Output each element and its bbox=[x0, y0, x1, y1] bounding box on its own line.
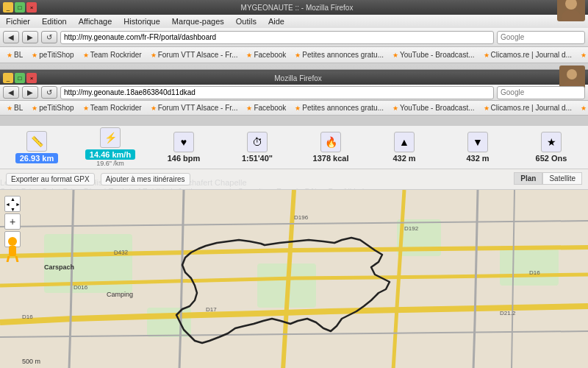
bookmark-team[interactable]: ★Team Rockrider bbox=[79, 50, 146, 60]
menu-marque[interactable]: Marque-pages bbox=[169, 16, 227, 26]
bookmark-fb[interactable]: ★Facebook bbox=[243, 50, 290, 60]
svg-line-23 bbox=[16, 256, 18, 262]
close-btn[interactable]: × bbox=[26, 2, 37, 13]
time-icon: ⏱ bbox=[247, 132, 268, 152]
browser-1-chrome: _ □ × MYGEONAUTE :: - Mozilla Firefox Fi… bbox=[0, 0, 588, 70]
menu-outils[interactable]: Outils bbox=[233, 16, 259, 26]
maximize-btn[interactable]: □ bbox=[15, 2, 25, 13]
menu-edition[interactable]: Edition bbox=[39, 16, 70, 26]
nav-bar-1: ◀ ▶ ↺ bbox=[0, 28, 588, 47]
stat-heartrate: ♥ 146 bpm bbox=[154, 132, 213, 163]
map-toolbar: Exporter au format GPX Ajouter à mes iti… bbox=[0, 169, 588, 190]
svg-point-20 bbox=[8, 237, 17, 246]
nav-bar-2: ◀ ▶ ↺ bbox=[0, 85, 588, 101]
add-itinerary-btn[interactable]: Ajouter à mes itinéraires bbox=[101, 173, 190, 185]
speed-value: 14.46 km/h bbox=[85, 149, 135, 160]
pegman-icon[interactable] bbox=[4, 236, 21, 262]
stat-speed: ⚡ 14.46 km/h 19.6" /km bbox=[81, 127, 140, 167]
bookmark2-team[interactable]: ★Team Rockrider bbox=[79, 103, 146, 113]
stat-elevation-up: ▲ 432 m bbox=[375, 132, 434, 163]
satellite-view-btn[interactable]: Satellite bbox=[542, 172, 582, 185]
stat-elevation-down: ▼ 432 m bbox=[448, 132, 507, 163]
elevation-down-icon: ▼ bbox=[467, 132, 488, 152]
bookmark2-forum[interactable]: ★Forum VTT Alsace - Fr... bbox=[147, 103, 242, 113]
menu-fichier[interactable]: Fichier bbox=[3, 16, 33, 26]
title-bar-2: _ □ × Mozilla Firefox bbox=[0, 71, 588, 85]
search-input-2[interactable] bbox=[497, 86, 585, 99]
heartrate-value: 146 bpm bbox=[168, 154, 201, 163]
menu-affichage[interactable]: Affichage bbox=[76, 16, 115, 26]
stat-distance: 📏 26.93 km bbox=[7, 131, 66, 163]
back-btn[interactable]: ◀ bbox=[3, 31, 19, 43]
menu-aide[interactable]: Aide bbox=[265, 16, 287, 26]
reload-btn-2[interactable]: ↺ bbox=[41, 86, 57, 99]
export-gpx-btn[interactable]: Exporter au format GPX bbox=[6, 173, 95, 185]
svg-text:Camping: Camping bbox=[107, 291, 133, 298]
svg-text:D196: D196 bbox=[294, 214, 309, 221]
window-controls[interactable]: _ □ × bbox=[3, 2, 37, 13]
speed-icon: ⚡ bbox=[100, 127, 121, 148]
stats-bar: 📏 26.93 km ⚡ 14.46 km/h 19.6" /km ♥ 146 … bbox=[0, 125, 588, 169]
bookmark2-clicamos[interactable]: ★Clicamos.re | Journal d... bbox=[480, 103, 576, 113]
close-btn-2[interactable]: × bbox=[26, 73, 37, 83]
reload-btn[interactable]: ↺ bbox=[41, 31, 57, 43]
svg-point-0 bbox=[565, 0, 577, 10]
back-btn-2[interactable]: ◀ bbox=[3, 86, 19, 99]
elevation-down-value: 432 m bbox=[466, 154, 489, 163]
forward-btn-2[interactable]: ▶ bbox=[22, 86, 38, 99]
address-input[interactable] bbox=[60, 31, 494, 44]
nav-arrows[interactable]: ▲ ◄► ▼ bbox=[4, 196, 21, 212]
stat-time: ⏱ 1:51'40" bbox=[228, 132, 287, 163]
elevation-up-value: 432 m bbox=[392, 154, 415, 163]
map-area[interactable]: Exporter au format GPX Ajouter à mes iti… bbox=[0, 169, 588, 368]
bookmark2-carlos[interactable]: ★Carlos BTA, l'info de l'il... bbox=[577, 103, 588, 113]
bookmark-forum[interactable]: ★Forum VTT Alsace - Fr... bbox=[147, 50, 242, 60]
bookmark2-yt[interactable]: ★YouTube - Broadcast... bbox=[389, 103, 478, 113]
address-input-2[interactable] bbox=[60, 86, 494, 99]
menu-historique[interactable]: Historique bbox=[121, 16, 163, 26]
bookmark-carlos[interactable]: ★Carlos BTA, l'info de l'il... bbox=[577, 50, 588, 60]
stat-calories: 🔥 1378 kcal bbox=[301, 132, 360, 163]
browser-2: _ □ × Mozilla Firefox ◀ ▶ ↺ ★BL ★peTitiS… bbox=[0, 70, 588, 125]
svg-rect-9 bbox=[147, 308, 191, 337]
window-controls-2[interactable]: _ □ × bbox=[3, 73, 37, 83]
bookmark2-petites[interactable]: ★Petites annonces gratu... bbox=[291, 103, 387, 113]
svg-text:D16: D16 bbox=[22, 314, 33, 320]
svg-text:D21.2: D21.2 bbox=[500, 310, 516, 316]
elevation-up-icon: ▲ bbox=[394, 132, 415, 152]
forward-btn[interactable]: ▶ bbox=[22, 31, 38, 43]
svg-text:Carspach: Carspach bbox=[44, 263, 74, 271]
svg-text:D016: D016 bbox=[74, 284, 88, 291]
search-input[interactable] bbox=[497, 31, 585, 44]
browser-title-2: Mozilla Firefox bbox=[37, 74, 559, 82]
svg-point-2 bbox=[567, 69, 577, 79]
speed-sub: 19.6" /km bbox=[96, 160, 124, 167]
svg-rect-21 bbox=[9, 246, 16, 256]
ons-icon: ★ bbox=[541, 132, 562, 152]
svg-text:D17: D17 bbox=[206, 306, 217, 313]
plan-view-btn[interactable]: Plan bbox=[514, 172, 542, 185]
bookmark2-shop[interactable]: ★peTitiShop bbox=[28, 103, 77, 113]
bookmark-clicamos[interactable]: ★Clicamos.re | Journal d... bbox=[480, 50, 576, 60]
bookmark2-fb[interactable]: ★Facebook bbox=[243, 103, 290, 113]
svg-text:D432: D432 bbox=[114, 249, 129, 256]
map-view-toggle: Plan Satellite bbox=[514, 172, 582, 185]
distance-value: 26.93 km bbox=[15, 153, 58, 163]
browser-title: MYGEONAUTE :: - Mozilla Firefox bbox=[37, 4, 557, 12]
ons-value: 652 Ons bbox=[536, 154, 567, 163]
svg-line-22 bbox=[7, 256, 9, 262]
bookmark2-bl[interactable]: ★BL bbox=[3, 103, 26, 113]
bookmarks-bar-2: ★BL ★peTitiShop ★Team Rockrider ★Forum V… bbox=[0, 101, 588, 116]
svg-point-1 bbox=[562, 10, 581, 21]
minimize-btn[interactable]: _ bbox=[3, 2, 13, 13]
svg-text:D192: D192 bbox=[404, 225, 419, 232]
bookmark-shop[interactable]: ★peTitiShop bbox=[28, 50, 77, 60]
maximize-btn-2[interactable]: □ bbox=[15, 73, 25, 83]
bookmark-petites[interactable]: ★Petites annonces gratu... bbox=[291, 50, 387, 60]
zoom-in-btn[interactable]: + bbox=[4, 213, 21, 230]
calories-icon: 🔥 bbox=[320, 132, 341, 152]
bookmark-bl[interactable]: ★BL bbox=[3, 50, 26, 60]
bookmark-yt[interactable]: ★YouTube - Broadcast... bbox=[389, 50, 478, 60]
calories-value: 1378 kcal bbox=[313, 154, 349, 163]
minimize-btn-2[interactable]: _ bbox=[3, 73, 13, 83]
